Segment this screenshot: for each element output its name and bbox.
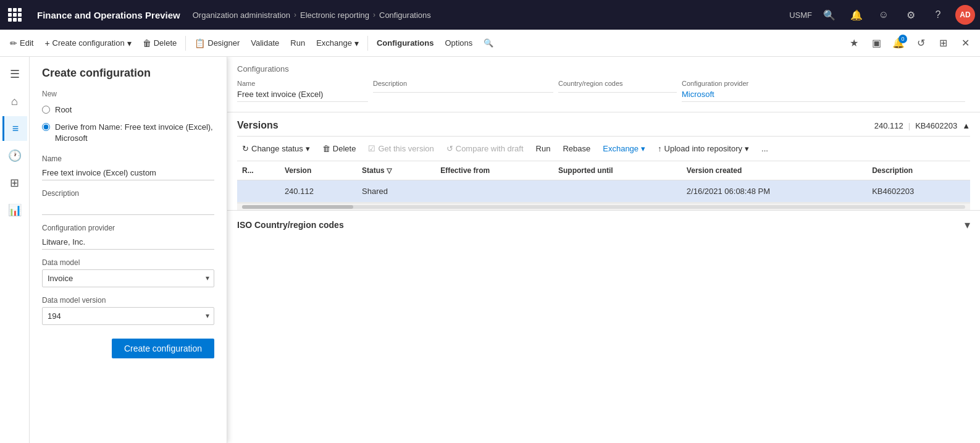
name-input[interactable] — [42, 166, 214, 180]
collapse-icon[interactable]: ▲ — [962, 121, 970, 130]
versions-delete-button[interactable]: 🗑 Delete — [317, 141, 361, 156]
sidebar-grid-icon[interactable]: ⊞ — [2, 171, 27, 195]
status-filter-icon[interactable]: ▽ — [387, 167, 392, 174]
table-header-row: R... Version Status ▽ Effe — [237, 161, 970, 180]
panel-icon[interactable]: ▣ — [866, 33, 886, 53]
root-radio[interactable] — [42, 106, 50, 114]
apps-launcher[interactable] — [5, 5, 25, 25]
run-button[interactable]: Run — [285, 36, 310, 50]
favorite-icon[interactable]: ★ — [844, 33, 864, 53]
versions-toolbar: ↻ Change status ▾ 🗑 Delete ☑ Get this ve… — [237, 137, 970, 161]
col-r: R... — [237, 161, 280, 180]
breadcrumb-configs[interactable]: Configurations — [379, 11, 431, 20]
create-configuration-button[interactable]: + Create configuration ▾ — [40, 36, 136, 51]
plus-icon: + — [44, 38, 49, 48]
versions-header: Versions 240.112 | KB4602203 ▲ — [237, 112, 970, 137]
data-model-version-select[interactable]: 194 — [42, 307, 214, 325]
version-number: 240.112 — [874, 121, 903, 130]
sidebar-home-icon[interactable]: ⌂ — [2, 89, 27, 114]
compare-with-draft-button[interactable]: ↺ Compare with draft — [442, 141, 529, 156]
get-version-icon: ☑ — [368, 144, 375, 153]
right-inner: Configurations Name Free text invoice (E… — [227, 57, 980, 443]
root-option[interactable]: Root — [42, 104, 214, 116]
table-row[interactable]: 240.112Shared2/16/2021 06:08:48 PMKB4602… — [237, 180, 970, 203]
table-head: R... Version Status ▽ Effe — [237, 161, 970, 180]
settings-icon[interactable]: ⚙ — [901, 5, 921, 25]
breadcrumb-chevron-1: › — [294, 11, 296, 19]
cell-description: KB4602203 — [867, 180, 970, 203]
versions-table: R... Version Status ▽ Effe — [237, 161, 970, 203]
config-country-field: Country/region codes — [558, 80, 682, 107]
refresh-icon[interactable]: ↺ — [911, 33, 931, 53]
sidebar-clock-icon[interactable]: 🕐 — [2, 143, 27, 168]
kb-number: KB4602203 — [915, 121, 957, 130]
main-toolbar: ✏ Edit + Create configuration ▾ 🗑 Delete… — [0, 30, 980, 57]
iso-section[interactable]: ISO Country/region codes ▾ — [227, 210, 980, 239]
scroll-track — [242, 205, 965, 209]
data-model-version-select-wrap: 194 ▾ — [42, 307, 214, 325]
expand-icon[interactable]: ⊞ — [933, 33, 953, 53]
col-description: Description — [867, 161, 970, 180]
exchange-button[interactable]: Exchange ▾ — [311, 36, 364, 51]
exchange-chevron: ▾ — [354, 38, 359, 48]
notification-badge-button[interactable]: 🔔 0 — [889, 33, 908, 53]
cell-status: Shared — [357, 180, 435, 203]
edit-button[interactable]: ✏ Edit — [5, 36, 38, 51]
cell-supported_until — [553, 180, 682, 203]
data-model-select[interactable]: Invoice — [42, 269, 214, 287]
config-desc-label: Description — [373, 80, 553, 87]
derive-radio[interactable] — [42, 123, 50, 131]
search-icon[interactable]: 🔍 — [819, 5, 839, 25]
versions-run-button[interactable]: Run — [531, 141, 556, 156]
versions-exchange-button[interactable]: Exchange ▾ — [598, 141, 650, 156]
options-button[interactable]: Options — [440, 36, 477, 50]
derive-option[interactable]: Derive from Name: Free text invoice (Exc… — [42, 122, 214, 144]
get-this-version-button[interactable]: ☑ Get this version — [363, 141, 438, 156]
description-input[interactable] — [42, 200, 214, 215]
change-status-button[interactable]: ↻ Change status ▾ — [237, 141, 315, 156]
derive-label: Derive from Name: Free text invoice (Exc… — [55, 122, 214, 144]
change-status-chevron: ▾ — [306, 144, 310, 153]
close-icon[interactable]: ✕ — [955, 33, 975, 53]
designer-button[interactable]: 📋 Designer — [190, 36, 245, 51]
data-model-field-group: Data model Invoice ▾ — [42, 258, 214, 287]
description-field-label: Description — [42, 189, 214, 198]
user-avatar[interactable]: AD — [955, 5, 975, 25]
versions-section: Versions 240.112 | KB4602203 ▲ ↻ Change … — [227, 112, 980, 210]
config-name-label: Name — [237, 80, 368, 87]
cell-version: 240.112 — [280, 180, 357, 203]
breadcrumb-chevron-2: › — [373, 11, 375, 19]
config-name-value: Free text invoice (Excel) — [237, 90, 368, 102]
upload-repository-button[interactable]: ↑ Upload into repository ▾ — [653, 141, 754, 156]
iso-title: ISO Country/region codes — [237, 220, 344, 230]
scroll-thumb[interactable] — [242, 205, 353, 209]
config-provider-value[interactable]: Microsoft — [682, 90, 965, 102]
breadcrumb-er[interactable]: Electronic reporting — [300, 11, 369, 20]
cell-version_created: 2/16/2021 06:08:48 PM — [682, 180, 867, 203]
help-icon[interactable]: ? — [928, 5, 948, 25]
sep-1 — [185, 36, 186, 51]
create-configuration-submit-button[interactable]: Create configuration — [112, 339, 214, 358]
sidebar-report-icon[interactable]: 📊 — [2, 198, 27, 222]
sep-2 — [367, 36, 368, 51]
toolbar-search-button[interactable]: 🔍 — [479, 36, 498, 50]
sidebar-menu-icon[interactable]: ☰ — [2, 62, 27, 86]
data-model-version-field-group: Data model version 194 ▾ — [42, 296, 214, 325]
more-button[interactable]: ... — [756, 141, 773, 156]
notifications-icon[interactable]: 🔔 — [847, 5, 866, 25]
toolbar-right: ★ ▣ 🔔 0 ↺ ⊞ ✕ — [844, 33, 975, 53]
upload-icon: ↑ — [658, 144, 662, 153]
delete-button[interactable]: 🗑 Delete — [138, 36, 182, 51]
h-scrollbar[interactable] — [237, 203, 970, 210]
config-desc-value — [373, 90, 553, 93]
validate-button[interactable]: Validate — [246, 36, 284, 50]
sidebar-list-icon[interactable]: ≡ — [2, 116, 27, 141]
breadcrumb: Organization administration › Electronic… — [193, 11, 784, 20]
notification-badge: 0 — [898, 35, 907, 43]
cell-r — [237, 180, 280, 203]
rebase-button[interactable]: Rebase — [558, 141, 595, 156]
smiley-icon[interactable]: ☺ — [874, 5, 894, 25]
breadcrumb-org[interactable]: Organization administration — [193, 11, 290, 20]
configurations-tab[interactable]: Configurations — [372, 36, 438, 50]
versions-table-body: 240.112Shared2/16/2021 06:08:48 PMKB4602… — [237, 180, 970, 203]
